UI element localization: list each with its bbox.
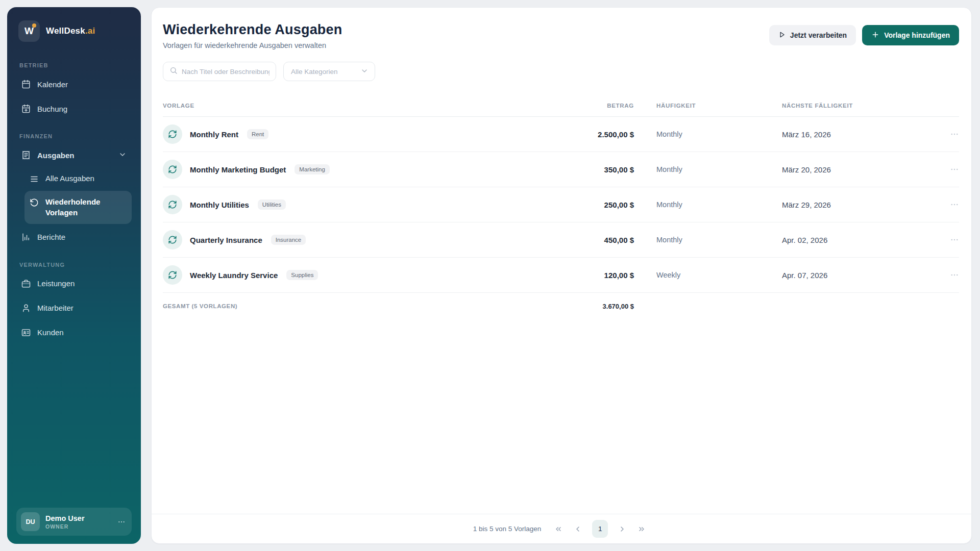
frequency-cell: Monthly (634, 236, 782, 244)
frequency-cell: Monthly (634, 201, 782, 209)
receipt-icon (21, 151, 31, 160)
brand: W WellDesk.ai (16, 18, 132, 45)
amount-cell: 250,00 $ (557, 201, 634, 209)
amount-cell: 2.500,00 $ (557, 130, 634, 139)
section-label-verwaltung: VERWALTUNG (19, 262, 129, 268)
plus-icon (871, 31, 879, 40)
brand-dot (32, 23, 36, 28)
total-amount: 3.670,00 $ (557, 303, 634, 310)
sidebar-item-leistungen[interactable]: Leistungen (16, 272, 132, 295)
play-icon (778, 31, 786, 40)
template-name: Monthly Marketing Budget (190, 165, 286, 174)
sidebar-item-buchung[interactable]: Buchung (16, 97, 132, 120)
chevron-down-icon (360, 67, 369, 77)
sidebar-item-mitarbeiter[interactable]: Mitarbeiter (16, 297, 132, 319)
sidebar-item-alle-ausgaben[interactable]: Alle Ausgaben (24, 168, 132, 189)
calendar-plus-icon (21, 104, 31, 113)
sidebar-item-wiederholende-vorlagen[interactable]: Wiederholende Vorlagen (24, 191, 132, 224)
page-title: Wiederkehrende Ausgaben (163, 22, 342, 38)
main-header-area: Wiederkehrende Ausgaben Vorlagen für wie… (152, 8, 971, 81)
avatar: DU (21, 512, 40, 531)
add-template-button[interactable]: Vorlage hinzufügen (862, 25, 959, 45)
app-root: W WellDesk.ai BETRIEB Kalender Buchung (0, 0, 980, 551)
pagination-summary: 1 bis 5 von 5 Vorlagen (473, 525, 542, 533)
template-name: Weekly Laundry Service (190, 271, 278, 280)
table-row[interactable]: Quarterly Insurance Insurance 450,00 $ M… (163, 222, 959, 258)
last-page-button[interactable] (633, 521, 650, 537)
row-menu-dots-icon[interactable] (950, 165, 959, 174)
amount-cell: 450,00 $ (557, 236, 634, 244)
current-page-button[interactable]: 1 (592, 520, 608, 538)
sidebar-item-kunden[interactable]: Kunden (16, 321, 132, 344)
category-badge: Marketing (295, 164, 330, 174)
row-menu-dots-icon[interactable] (950, 235, 959, 244)
sidebar-subnav-ausgaben: Alle Ausgaben Wiederholende Vorlagen (16, 168, 132, 224)
search-icon (169, 66, 178, 77)
brand-initial: W (24, 26, 34, 37)
user-meta: Demo User OWNER (45, 514, 85, 530)
process-now-button[interactable]: Jetzt verarbeiten (769, 25, 856, 45)
brand-suffix: .ai (85, 26, 95, 36)
due-date-cell: Apr. 02, 2026 (782, 236, 935, 244)
category-badge: Supplies (286, 270, 318, 280)
category-badge: Utilities (258, 199, 286, 210)
user-icon (21, 304, 31, 313)
category-filter-value: Alle Kategorien (291, 68, 338, 76)
refresh-icon (163, 124, 182, 144)
sidebar: W WellDesk.ai BETRIEB Kalender Buchung (7, 7, 141, 544)
column-header-faelligkeit: NÄCHSTE FÄLLIGKEIT (782, 103, 935, 109)
category-filter-select[interactable]: Alle Kategorien (283, 62, 375, 81)
table-row[interactable]: Monthly Utilities Utilities 250,00 $ Mon… (163, 187, 959, 222)
search-input[interactable] (182, 68, 270, 76)
sidebar-item-label: Leistungen (37, 279, 75, 288)
template-name: Monthly Rent (190, 130, 238, 139)
section-label-finanzen: FINANZEN (19, 133, 129, 139)
main-panel: Wiederkehrende Ausgaben Vorlagen für wie… (151, 7, 972, 544)
due-date-cell: März 29, 2026 (782, 201, 935, 209)
sidebar-item-berichte[interactable]: Berichte (16, 226, 132, 248)
header-actions: Jetzt verarbeiten Vorlage hinzufügen (769, 22, 959, 45)
first-page-button[interactable] (550, 521, 567, 537)
user-name: Demo User (45, 514, 85, 522)
history-icon (30, 197, 39, 207)
column-header-betrag: BETRAG (557, 103, 634, 109)
sidebar-item-ausgaben[interactable]: Ausgaben (16, 144, 132, 166)
user-menu-dots-icon[interactable] (117, 518, 126, 526)
column-header-haeufigkeit: HÄUFIGKEIT (634, 103, 782, 109)
amount-cell: 350,00 $ (557, 165, 634, 174)
user-card[interactable]: DU Demo User OWNER (16, 508, 132, 536)
sidebar-item-label: Mitarbeiter (37, 304, 74, 312)
bar-chart-icon (21, 233, 31, 242)
sidebar-item-label: Ausgaben (37, 151, 75, 160)
category-badge: Insurance (271, 235, 306, 245)
user-role: OWNER (45, 523, 85, 530)
sidebar-item-label: Kalender (37, 80, 68, 89)
chevron-down-icon (118, 151, 127, 160)
table-row[interactable]: Monthly Rent Rent 2.500,00 $ Monthly Mär… (163, 117, 959, 152)
sidebar-item-label: Kunden (37, 328, 64, 337)
row-menu-dots-icon[interactable] (950, 130, 959, 139)
sidebar-item-label: Berichte (37, 233, 65, 241)
templates-table: VORLAGE BETRAG HÄUFIGKEIT NÄCHSTE FÄLLIG… (152, 94, 971, 514)
template-name: Monthly Utilities (190, 201, 249, 209)
category-badge: Rent (247, 129, 268, 139)
due-date-cell: März 20, 2026 (782, 165, 935, 174)
page-heading: Wiederkehrende Ausgaben Vorlagen für wie… (163, 22, 342, 49)
page-subtitle: Vorlagen für wiederkehrende Ausgaben ver… (163, 41, 342, 49)
sidebar-nav: BETRIEB Kalender Buchung FINANZEN A (16, 49, 132, 508)
sidebar-item-kalender[interactable]: Kalender (16, 73, 132, 95)
previous-page-button[interactable] (570, 521, 586, 537)
due-date-cell: Apr. 07, 2026 (782, 271, 935, 280)
table-row[interactable]: Monthly Marketing Budget Marketing 350,0… (163, 152, 959, 187)
row-menu-dots-icon[interactable] (950, 270, 959, 280)
row-menu-dots-icon[interactable] (950, 200, 959, 209)
next-page-button[interactable] (614, 521, 630, 537)
due-date-cell: März 16, 2026 (782, 130, 935, 139)
frequency-cell: Monthly (634, 130, 782, 138)
amount-cell: 120,00 $ (557, 271, 634, 280)
filters-bar: Alle Kategorien (163, 62, 959, 81)
refresh-icon (163, 230, 182, 249)
table-row[interactable]: Weekly Laundry Service Supplies 120,00 $… (163, 258, 959, 293)
table-total-row: GESAMT (5 VORLAGEN) 3.670,00 $ (163, 293, 959, 319)
sidebar-item-label: Buchung (37, 105, 67, 113)
